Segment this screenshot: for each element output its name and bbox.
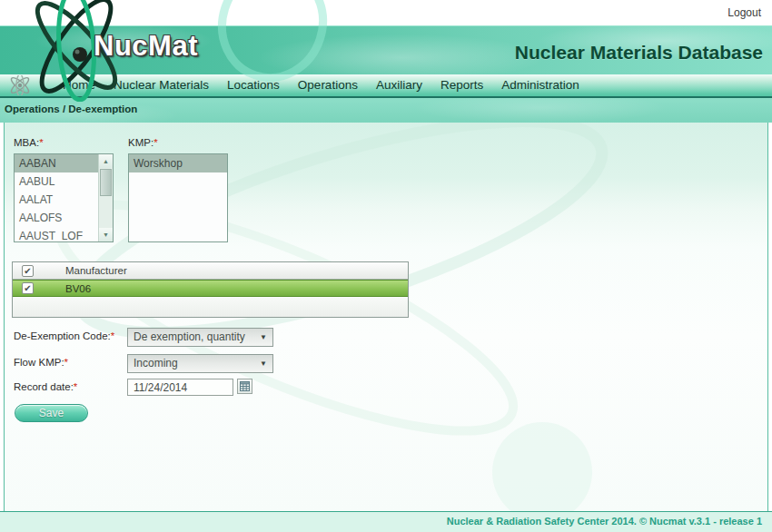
breadcrumb-bar: Operations / De-exemption (0, 98, 772, 123)
app-title: Nuclear Materials Database (515, 42, 763, 64)
nav-item-home[interactable]: Home (54, 75, 104, 95)
breadcrumb: Operations / De-exemption (5, 103, 137, 114)
main-nav: Home Nuclear Materials Locations Operati… (0, 74, 772, 98)
app-logo-text: NucMat (94, 30, 198, 63)
footer-text: Nuclear & Radiation Safety Center 2014. … (447, 516, 762, 527)
chevron-down-icon: ▼ (260, 355, 267, 372)
table-empty-row (13, 297, 408, 317)
nav-item-nuclear-materials[interactable]: Nuclear Materials (104, 75, 218, 95)
de-exemption-required-marker: * (111, 330, 114, 341)
kmp-label: KMP:* (128, 137, 158, 148)
manufacturer-header-row[interactable]: ✔ Manufacturer (13, 262, 408, 280)
kmp-listbox[interactable]: Worskhop (128, 153, 228, 242)
calendar-button[interactable] (237, 379, 252, 394)
flow-kmp-value: Incoming (134, 357, 178, 369)
flow-kmp-dropdown[interactable]: Incoming ▼ (127, 354, 273, 373)
nav-item-auxiliary[interactable]: Auxiliary (367, 75, 431, 95)
nav-item-locations[interactable]: Locations (218, 75, 289, 95)
row-checkbox[interactable]: ✔ (22, 282, 34, 294)
manufacturer-column-header: Manufacturer (58, 265, 127, 276)
top-strip: Logout (0, 0, 772, 25)
scrollbar-thumb[interactable] (100, 169, 112, 196)
record-date-label: Record date:* (14, 381, 77, 392)
flow-kmp-required-marker: * (64, 357, 68, 368)
mba-option-aabul[interactable]: AABUL (15, 172, 98, 191)
nav-item-reports[interactable]: Reports (431, 75, 492, 95)
flow-kmp-label: Flow KMP:* (14, 357, 68, 368)
record-date-input[interactable] (127, 379, 233, 396)
nav-item-administration[interactable]: Administration (492, 75, 589, 95)
manufacturer-table: ✔ Manufacturer ✔ BV06 (12, 261, 409, 318)
scroll-up-icon[interactable]: ▲ (99, 154, 113, 168)
table-row[interactable]: ✔ BV06 (13, 280, 408, 297)
save-button[interactable]: Save (15, 404, 88, 422)
mba-option-aaust-lof[interactable]: AAUST_LOF (15, 227, 98, 242)
mba-label: MBA:* (14, 137, 44, 148)
de-exemption-code-value: De exemption, quantity (134, 330, 245, 343)
scroll-down-icon[interactable]: ▼ (99, 228, 113, 241)
calendar-icon (240, 381, 250, 391)
select-all-checkbox[interactable]: ✔ (22, 265, 34, 277)
de-exemption-code-label: De-Exemption Code:* (14, 330, 114, 341)
nav-atom-icon[interactable] (6, 75, 34, 95)
mba-listbox[interactable]: AABAN AABUL AALAT AALOFS AAUST_LOF ▲ ▼ (14, 153, 114, 242)
de-exemption-code-dropdown[interactable]: De exemption, quantity ▼ (127, 328, 273, 347)
nav-item-operations[interactable]: Operations (289, 75, 367, 95)
chevron-down-icon: ▼ (260, 329, 267, 346)
logout-link[interactable]: Logout (727, 6, 761, 19)
manufacturer-row-name: BV06 (58, 283, 91, 294)
content-area: MBA:* AABAN AABUL AALAT AALOFS AAUST_LOF… (4, 123, 768, 511)
mba-option-aaban[interactable]: AABAN (15, 154, 98, 172)
kmp-required-marker: * (153, 137, 157, 148)
mba-option-aalofs[interactable]: AALOFS (15, 209, 98, 227)
mba-scrollbar[interactable]: ▲ ▼ (98, 154, 113, 241)
record-date-required-marker: * (74, 381, 77, 392)
footer: Nuclear & Radiation Safety Center 2014. … (0, 511, 772, 532)
mba-option-aalat[interactable]: AALAT (15, 191, 98, 209)
kmp-option-worskhop[interactable]: Worskhop (129, 154, 227, 172)
nucmat-page: Logout NucMat Nuclear Materials Database… (0, 0, 772, 532)
mba-required-marker: * (39, 137, 43, 148)
